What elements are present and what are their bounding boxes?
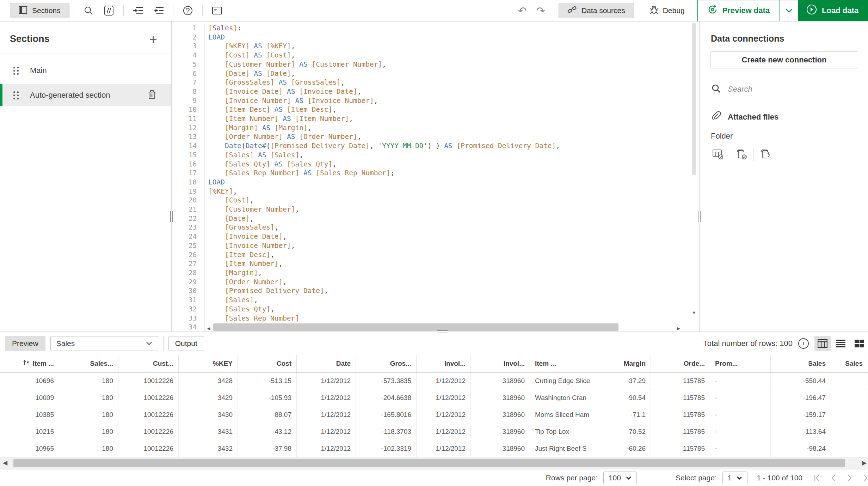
table-cell: 115785	[651, 372, 710, 389]
editor-hscroll-thumb[interactable]	[213, 323, 618, 331]
table-horizontal-scrollbar[interactable]: ◀ ▶	[0, 457, 868, 469]
help-icon[interactable]	[178, 3, 198, 18]
comment-icon[interactable]	[99, 3, 119, 18]
outdent-icon[interactable]	[148, 3, 169, 18]
sidebar-resize-handle[interactable]	[170, 211, 173, 222]
column-header[interactable]: Invoi...	[471, 355, 530, 372]
line-number: 3	[172, 42, 205, 51]
panel-divider	[700, 103, 868, 103]
column-header[interactable]: Orde...	[651, 355, 710, 372]
column-header[interactable]: Prom...	[710, 355, 771, 372]
table-cell	[831, 423, 868, 440]
next-page-icon[interactable]	[845, 474, 854, 482]
debug-button[interactable]: Debug	[640, 5, 694, 17]
code-line: 31 [Sales],	[172, 296, 699, 305]
column-header[interactable]: Sales...	[59, 355, 118, 372]
drag-handle-icon[interactable]	[13, 67, 19, 75]
attached-files-item[interactable]: Attached files	[710, 111, 868, 123]
table-cell	[831, 389, 868, 406]
column-header[interactable]: Gros...	[356, 355, 417, 372]
last-page-icon[interactable]	[862, 474, 868, 482]
rows-per-page-select[interactable]: 100	[603, 472, 637, 484]
edit-script-icon[interactable]	[734, 149, 750, 160]
table-cell: 10009	[0, 389, 59, 406]
column-header[interactable]: Margin	[590, 355, 651, 372]
scroll-left-icon[interactable]: ◀	[205, 324, 213, 332]
grid-view-icon[interactable]	[851, 336, 867, 351]
preview-button[interactable]: Preview	[5, 336, 45, 351]
editor-vscroll-thumb[interactable]	[692, 23, 696, 175]
insert-script-icon[interactable]	[757, 149, 774, 160]
table-cell: 180	[59, 406, 118, 423]
table-cell	[831, 406, 868, 423]
editor-horizontal-scrollbar[interactable]: ◀ ▶	[205, 323, 699, 332]
create-new-connection-button[interactable]: Create new connection	[710, 51, 858, 68]
list-view-icon[interactable]	[833, 336, 849, 351]
output-button[interactable]: Output	[168, 336, 204, 351]
code-line: 12 [Margin] AS [Margin],	[172, 123, 699, 133]
table-cell: 10012226	[118, 389, 179, 406]
load-data-button[interactable]: Load data	[798, 0, 868, 21]
first-page-icon[interactable]	[813, 474, 821, 482]
column-header[interactable]: Invoi...	[417, 355, 471, 372]
data-sources-button[interactable]: Data sources	[559, 3, 634, 18]
column-header[interactable]: Sales	[771, 355, 831, 372]
panel-resize-handle[interactable]	[698, 211, 701, 222]
top-toolbar: Sections	[0, 0, 868, 22]
info-icon[interactable]: i	[798, 338, 809, 349]
scroll-down-icon[interactable]: ▼	[692, 310, 696, 315]
table-cell: -159.17	[771, 406, 831, 423]
column-header-label: %KEY	[213, 360, 233, 367]
editor-vertical-scrollbar[interactable]: ▼	[692, 23, 696, 315]
code-line: 21 [Customer Number],	[172, 205, 699, 214]
table-cell: 1/12/2012	[297, 406, 356, 423]
toolbar-divider	[202, 5, 203, 16]
scroll-right-icon[interactable]: ▶	[677, 324, 680, 332]
section-item[interactable]: Auto-generated section	[0, 84, 171, 106]
search-icon[interactable]	[78, 3, 99, 18]
line-number: 28	[172, 268, 205, 278]
column-header-label: Prom...	[715, 360, 738, 367]
scroll-right-icon[interactable]: ▶	[862, 459, 867, 467]
select-page-select[interactable]: 1	[722, 472, 748, 484]
column-header[interactable]: Cust...	[118, 355, 179, 372]
syntax-helper-icon[interactable]	[207, 3, 227, 18]
column-header[interactable]: Date	[297, 355, 356, 372]
line-number: 18	[172, 178, 205, 187]
undo-icon[interactable]: ↶	[513, 5, 531, 17]
indent-icon[interactable]	[128, 3, 148, 18]
table-hscroll-thumb[interactable]	[13, 459, 845, 467]
drag-handle-icon[interactable]	[13, 91, 19, 99]
preview-resize-handle[interactable]	[437, 330, 448, 333]
load-options-chevron[interactable]	[780, 0, 798, 21]
add-section-button[interactable]: +	[149, 36, 157, 43]
sections-toggle-button[interactable]: Sections	[10, 3, 69, 18]
column-header[interactable]: Item ...	[530, 355, 590, 372]
code-line: 27 [Item Number],	[172, 259, 699, 268]
delete-section-icon[interactable]	[147, 89, 156, 101]
connection-search-input[interactable]	[728, 85, 833, 94]
column-header[interactable]: %KEY	[179, 355, 238, 372]
column-header[interactable]: Cost	[238, 355, 297, 372]
redo-icon[interactable]: ↷	[531, 5, 550, 17]
line-number: 31	[172, 296, 205, 305]
section-item-label: Main	[30, 66, 47, 75]
section-item[interactable]: Main	[0, 60, 171, 81]
preview-data-button[interactable]: Preview data	[697, 0, 780, 21]
line-number: 13	[172, 132, 205, 141]
line-number: 30	[172, 286, 205, 296]
column-header[interactable]: Sales	[831, 355, 868, 372]
code-line: 18LOAD	[172, 178, 699, 187]
folder-connection-actions	[710, 147, 868, 162]
column-header[interactable]: Item ...	[0, 355, 59, 372]
table-cell: 318960	[471, 440, 530, 457]
prev-page-icon[interactable]	[829, 474, 838, 482]
select-data-icon[interactable]	[710, 149, 726, 160]
table-view-icon[interactable]	[814, 336, 831, 351]
scroll-left-icon[interactable]: ◀	[3, 459, 7, 467]
code-line: 22 [Date],	[172, 214, 699, 223]
table-select[interactable]: Sales	[50, 336, 158, 351]
column-header-label: Invoi...	[444, 360, 466, 367]
code-line: 23 [GrossSales],	[172, 223, 699, 232]
script-editor[interactable]: 1[Sales]:2LOAD3 [%KEY] AS [%KEY],4 [Cost…	[172, 22, 700, 332]
